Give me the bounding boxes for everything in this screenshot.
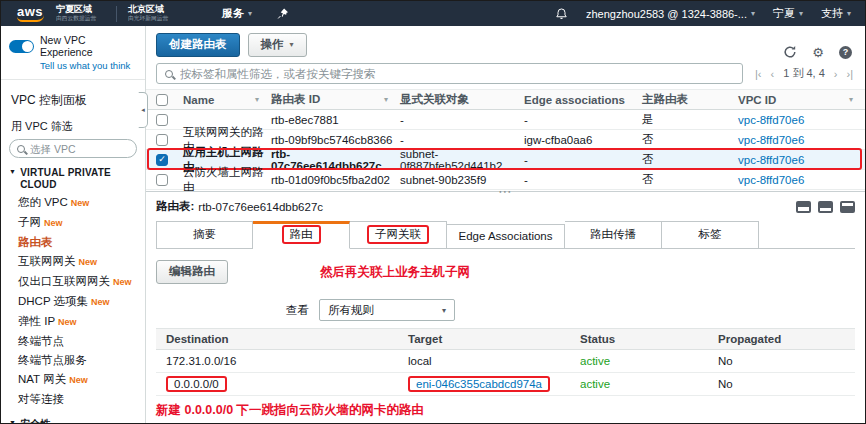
- collapse-left-icon: ◂: [141, 106, 145, 114]
- search-icon: [165, 70, 173, 78]
- sidebar-item-endpoints[interactable]: 终端节点: [1, 332, 145, 351]
- sidebar-item-internet-gateways[interactable]: 互联网网关New: [1, 252, 145, 272]
- region-ningxia-block[interactable]: 宁夏区域 由西云数据运营: [56, 5, 105, 23]
- sidebar-item-peering-connections[interactable]: 对等连接: [1, 390, 145, 409]
- vpc-id-link[interactable]: vpc-8ffd70e6: [738, 154, 804, 166]
- cell-main: 否: [642, 172, 738, 187]
- column-header-route-table-id[interactable]: 路由表 ID▾: [271, 92, 400, 107]
- cell-main: 否: [642, 152, 738, 167]
- pin-icon[interactable]: [277, 7, 289, 20]
- sidebar-item-your-vpcs[interactable]: 您的 VPCNew: [1, 193, 145, 213]
- detail-title-value: rtb-07c76ee614dbb627c: [198, 201, 323, 213]
- next-page-icon[interactable]: ›: [834, 68, 838, 80]
- rules-filter-select[interactable]: 所有规则 ▾: [319, 299, 455, 321]
- row-checkbox[interactable]: [156, 114, 168, 126]
- sidebar-section-security[interactable]: ▼ 安全性: [1, 409, 145, 423]
- region-operator: 由光环新网运营: [128, 15, 168, 21]
- routes-header-row: Destination Target Status Propagated: [156, 328, 855, 350]
- column-header-propagated: Propagated: [718, 333, 845, 345]
- table-filter-search[interactable]: [156, 63, 743, 84]
- pagination-label: 1 到 4, 4: [783, 66, 825, 81]
- column-header-vpc-id[interactable]: VPC ID▾: [738, 94, 865, 106]
- region-name: 北京区域: [128, 5, 177, 15]
- tab-edge-associations[interactable]: Edge Associations: [447, 224, 565, 249]
- triangle-down-icon: ▼: [9, 418, 16, 423]
- tab-subnet-associations[interactable]: 子网关联: [350, 221, 447, 249]
- view-filter-row: 查看 所有规则 ▾: [286, 299, 855, 321]
- split-view-half-icon[interactable]: [796, 201, 811, 213]
- cell-route-table-id: rtb-01d09f0bc5fba2d02: [271, 174, 400, 186]
- annotation-highlight-box: 子网关联: [367, 225, 429, 244]
- cell-target: local: [408, 355, 580, 367]
- region-menu[interactable]: 宁夏 ▾: [773, 6, 803, 21]
- sidebar-item-elastic-ips[interactable]: 弹性 IPNew: [1, 312, 145, 332]
- aws-logo[interactable]: aws: [15, 4, 45, 23]
- row-checkbox[interactable]: [156, 174, 168, 186]
- tab-tags[interactable]: 标签: [662, 221, 759, 249]
- services-menu[interactable]: 服务 ▾: [222, 6, 252, 21]
- last-page-icon[interactable]: ›|: [846, 68, 853, 80]
- sort-caret-icon: ▾: [255, 95, 259, 104]
- edit-routes-button[interactable]: 编辑路由: [156, 260, 228, 284]
- sidebar-item-vpc-dashboard[interactable]: VPC 控制面板: [1, 88, 145, 115]
- column-header-edge-assoc[interactable]: Edge associations: [524, 94, 642, 106]
- gear-icon[interactable]: ⚙: [812, 46, 824, 59]
- cell-route-table-id: rtb-e8ec7881: [271, 114, 400, 126]
- new-badge: New: [71, 198, 90, 208]
- panel-layout-controls: [796, 201, 855, 213]
- sidebar-item-egress-only-igw[interactable]: 仅出口互联网网关New: [1, 272, 145, 292]
- annotation-highlight-box: 0.0.0.0/0: [166, 376, 227, 392]
- prev-page-icon[interactable]: ‹: [771, 68, 775, 80]
- split-view-top-icon[interactable]: [840, 201, 855, 213]
- feedback-link[interactable]: Tell us what you think: [40, 60, 145, 71]
- cell-name: 云防火墙上网路由: [183, 165, 271, 195]
- row-checkbox-checked[interactable]: ✓: [156, 154, 168, 166]
- annotation-subnet-note: 然后再关联上业务主机子网: [320, 264, 470, 281]
- panel-resize-handle[interactable]: ⋯: [498, 183, 513, 199]
- route-row: 0.0.0.0/0 eni-046c355cabdcd974a active N…: [156, 373, 855, 396]
- column-header-explicit-assoc[interactable]: 显式关联对象: [400, 92, 524, 107]
- actions-dropdown-button[interactable]: 操作 ▾: [248, 33, 307, 57]
- vpc-filter-search[interactable]: [9, 139, 137, 158]
- new-vpc-experience-toggle[interactable]: [9, 40, 34, 53]
- chevron-down-icon: ▾: [290, 40, 294, 49]
- region-beijing-block[interactable]: 北京区域 由光环新网运营: [128, 5, 177, 23]
- sidebar-item-dhcp-option-sets[interactable]: DHCP 选项集New: [1, 292, 145, 312]
- create-route-table-button[interactable]: 创建路由表: [156, 33, 240, 57]
- table-search-input[interactable]: [180, 68, 734, 80]
- vpc-search-input[interactable]: [30, 143, 110, 155]
- cell-status: active: [580, 378, 718, 390]
- tab-routes[interactable]: 路由: [253, 221, 350, 249]
- account-menu[interactable]: zhengzhou2583 @ 1324-3886-... ▾: [586, 8, 755, 20]
- first-page-icon[interactable]: |‹: [755, 68, 762, 80]
- vpc-id-link[interactable]: vpc-8ffd70e6: [738, 114, 804, 126]
- sidebar-item-subnets[interactable]: 子网New: [1, 213, 145, 233]
- triangle-down-icon: ▼: [9, 167, 16, 190]
- vpc-id-link[interactable]: vpc-8ffd70e6: [738, 134, 804, 146]
- tab-summary[interactable]: 摘要: [156, 221, 253, 249]
- column-header-main[interactable]: 主路由表: [642, 92, 738, 107]
- bell-icon[interactable]: [555, 7, 568, 21]
- cell-status: active: [580, 355, 718, 367]
- section-title: 安全性: [20, 418, 51, 423]
- divider: [1, 79, 145, 80]
- column-header-status: Status: [580, 333, 718, 345]
- sidebar-section-vpc[interactable]: ▼ VIRTUAL PRIVATE CLOUD: [1, 158, 145, 193]
- services-label: 服务: [222, 6, 244, 21]
- refresh-icon[interactable]: [783, 45, 797, 59]
- annotation-highlight-box: 路由: [282, 225, 321, 244]
- sidebar-item-nat-gateways[interactable]: NAT 网关New: [1, 370, 145, 390]
- eni-target-link[interactable]: eni-046c355cabdcd974a: [408, 376, 550, 392]
- vpc-id-link[interactable]: vpc-8ffd70e6: [738, 174, 804, 186]
- column-header-name[interactable]: Name▾: [183, 94, 271, 106]
- select-all-checkbox[interactable]: [156, 94, 168, 106]
- split-view-bottom-icon[interactable]: [818, 201, 833, 213]
- support-menu[interactable]: 支持 ▾: [821, 6, 851, 21]
- row-checkbox[interactable]: [156, 134, 168, 146]
- annotation-default-route-note: 新建 0.0.0.0/0 下一跳指向云防火墙的网卡的路由: [156, 402, 855, 419]
- sidebar-collapse-handle[interactable]: ◂: [138, 92, 148, 128]
- sidebar-item-endpoint-services[interactable]: 终端节点服务: [1, 351, 145, 370]
- tab-route-propagation[interactable]: 路由传播: [565, 221, 662, 249]
- sidebar-item-route-tables[interactable]: 路由表: [1, 233, 145, 252]
- help-icon[interactable]: ?: [839, 46, 852, 59]
